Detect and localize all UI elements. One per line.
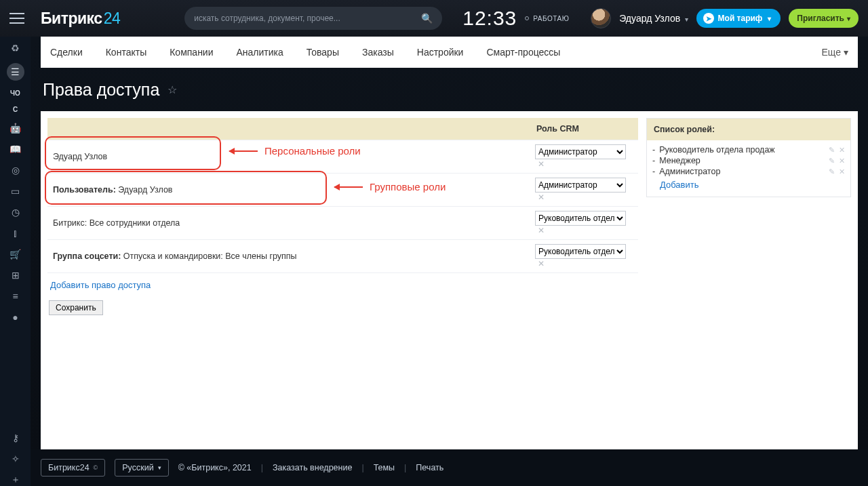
edit-icon[interactable]: ✎ (829, 157, 835, 165)
delete-icon[interactable]: ✕ (839, 157, 845, 165)
delete-icon[interactable]: ✕ (535, 159, 547, 169)
user-name: Эдуард Узлов (619, 13, 680, 24)
status-label: РАБОТАЮ (533, 15, 569, 22)
annotation-personal-label: Персональные роли (264, 145, 361, 157)
chevron-down-icon: ▾ (847, 15, 850, 22)
perm-header-name (47, 118, 530, 140)
delete-icon[interactable]: ✕ (535, 193, 547, 202)
invite-label: Пригласить (797, 14, 844, 23)
search-input[interactable] (194, 14, 421, 23)
role-select[interactable]: Администратор (535, 144, 626, 159)
footer-copyright: © «Битрикс», 2021 (178, 463, 252, 472)
footer-lang[interactable]: Русский ▾ (115, 459, 168, 477)
perm-header-role: Роль CRM (530, 118, 638, 140)
role-name: Менеджер (659, 156, 825, 165)
rail-robot-icon[interactable]: 🤖 (9, 122, 22, 134)
delete-icon[interactable]: ✕ (535, 259, 547, 268)
edit-icon[interactable]: ✎ (829, 167, 835, 176)
tab-smart[interactable]: Смарт-процессы (486, 47, 560, 58)
rail-refresh-icon[interactable]: ♻ (9, 42, 22, 54)
role-select[interactable]: Руководитель отдела продаж (535, 211, 626, 226)
menu-hamburger[interactable] (9, 13, 24, 24)
logo[interactable]: Битрикс24 (41, 9, 120, 28)
footer-brand-label: Битрикс24 (48, 463, 90, 472)
permissions-table: Роль CRM Эдуард Узлов Администратор ✕ По… (47, 118, 638, 273)
rail-filter-icon[interactable]: ☰ (7, 63, 24, 81)
search-icon[interactable]: 🔍 (421, 13, 433, 24)
topbar: Битрикс24 🔍 12:33 РАБОТАЮ Эдуард Узлов ▾… (0, 0, 868, 37)
arrow-icon (334, 186, 363, 188)
tab-products[interactable]: Товары (307, 47, 339, 58)
tariff-button[interactable]: ➤ Мой тариф ▾ (696, 9, 781, 28)
perm-row-text: Битрикс: Все сотрудники отдела (53, 218, 180, 228)
status-dot-icon (525, 16, 529, 20)
clock[interactable]: 12:33 (462, 7, 517, 30)
perm-row-label: Пользователь: (53, 185, 116, 195)
perm-row-text: Эдуард Узлов (53, 152, 107, 161)
rail-check-icon[interactable]: ● (9, 311, 22, 323)
crm-tabs: Сделки Контакты Компании Аналитика Товар… (41, 37, 858, 68)
tab-settings[interactable]: Настройки (417, 47, 464, 58)
footer: Битрикс24© Русский ▾ © «Битрикс», 2021 |… (31, 449, 868, 486)
arrow-icon (229, 150, 258, 152)
search-box[interactable]: 🔍 (184, 7, 442, 30)
rail-chart-icon[interactable]: ⫿ (9, 227, 22, 239)
rail-text-2[interactable]: С (13, 106, 18, 113)
add-permission-link[interactable]: Добавить право доступа (50, 280, 151, 290)
roles-box: Список ролей: -Руководитель отдела прода… (646, 118, 851, 197)
delete-icon[interactable]: ✕ (839, 146, 845, 155)
page-header: Права доступа ☆ (31, 68, 868, 110)
plane-icon: ➤ (703, 13, 714, 24)
save-button[interactable]: Сохранить (49, 300, 103, 315)
rail-settings-icon[interactable]: ✧ (9, 453, 22, 465)
perm-row-label: Группа соцсети: (53, 251, 121, 261)
footer-link-print[interactable]: Печать (416, 463, 443, 472)
rail-cart-icon[interactable]: 🛒 (9, 248, 22, 260)
chevron-down-icon: ▾ (158, 464, 161, 471)
tab-companies[interactable]: Компании (170, 47, 213, 58)
role-select[interactable]: Администратор (535, 178, 626, 193)
chevron-down-icon: ▾ (685, 16, 688, 23)
star-icon[interactable]: ☆ (167, 83, 177, 96)
footer-lang-label: Русский (122, 463, 153, 472)
delete-icon[interactable]: ✕ (839, 167, 845, 176)
tab-analytics[interactable]: Аналитика (237, 47, 283, 58)
footer-link-implement[interactable]: Заказать внедрение (273, 463, 352, 472)
tab-deals[interactable]: Сделки (50, 47, 83, 58)
work-status[interactable]: РАБОТАЮ (525, 15, 569, 22)
chevron-down-icon: ▾ (844, 47, 848, 58)
delete-icon[interactable]: ✕ (535, 226, 547, 235)
rail-apps-icon[interactable]: ⊞ (9, 269, 22, 281)
avatar[interactable] (591, 8, 611, 28)
rail-sliders-icon[interactable]: ≡ (9, 290, 22, 302)
logo-main: Битрикс (41, 9, 102, 27)
permissions-column: Роль CRM Эдуард Узлов Администратор ✕ По… (47, 118, 638, 315)
rail-target-icon[interactable]: ◎ (9, 164, 22, 176)
role-name: Руководитель отдела продаж (659, 145, 825, 155)
rail-plus-icon[interactable]: ＋ (9, 474, 22, 486)
edit-icon[interactable]: ✎ (829, 146, 835, 155)
tab-orders[interactable]: Заказы (362, 47, 394, 58)
left-rail: ♻ ☰ ЧО С 🤖 📖 ◎ ▭ ◷ ⫿ 🛒 ⊞ ≡ ● ⚷ ✧ ＋ (0, 37, 31, 486)
rail-window-icon[interactable]: ▭ (9, 185, 22, 197)
footer-brand[interactable]: Битрикс24© (41, 459, 105, 477)
rail-sitemap-icon[interactable]: ⚷ (9, 432, 22, 444)
roles-column: Список ролей: -Руководитель отдела прода… (646, 118, 851, 315)
role-select[interactable]: Руководитель отдела продаж (535, 244, 626, 259)
role-item: -Менеджер ✎ ✕ (652, 155, 845, 166)
page-title: Права доступа (43, 80, 159, 100)
tabs-more[interactable]: Еще ▾ (822, 47, 849, 58)
add-role-link[interactable]: Добавить (660, 180, 698, 190)
tab-contacts[interactable]: Контакты (106, 47, 146, 58)
perm-row: Битрикс: Все сотрудники отдела Руководит… (47, 207, 638, 240)
annotation-group-label: Групповые роли (370, 181, 446, 193)
perm-row-text: Отпуска и командировки: Все члены группы (123, 251, 297, 261)
perm-row: Группа соцсети: Отпуска и командировки: … (47, 240, 638, 273)
user-menu[interactable]: Эдуард Узлов ▾ (619, 12, 688, 24)
invite-button[interactable]: Пригласить ▾ (789, 9, 859, 28)
rail-text-1[interactable]: ЧО (10, 89, 20, 97)
role-item: -Администратор ✎ ✕ (652, 166, 845, 177)
rail-clock-icon[interactable]: ◷ (9, 206, 22, 218)
rail-book-icon[interactable]: 📖 (9, 143, 22, 155)
footer-link-themes[interactable]: Темы (374, 463, 395, 472)
